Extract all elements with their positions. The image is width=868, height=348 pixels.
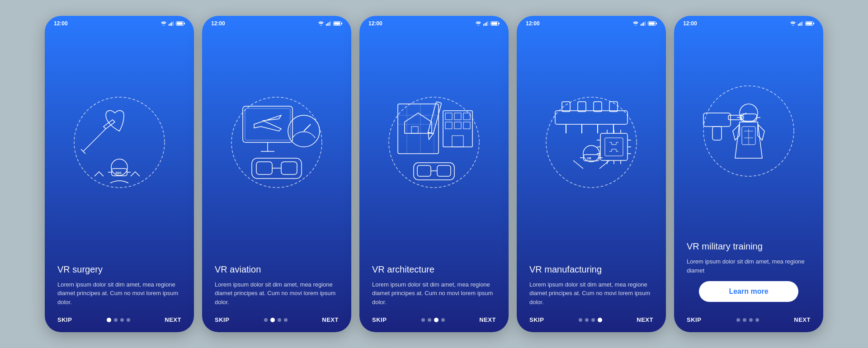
status-bar-architecture: 12:00 [359, 16, 509, 29]
nav-bar-aviation: SKIP NEXT [202, 311, 351, 332]
svg-rect-58 [437, 165, 451, 176]
body-surgery: Lorem ipsum dolor sit dim amet, mea regi… [57, 280, 181, 307]
next-button-surgery[interactable]: NEXT [165, 316, 181, 323]
dot-3-aviation [278, 318, 281, 322]
svg-rect-50 [454, 113, 461, 120]
dot-2-architecture [428, 318, 431, 322]
svg-rect-106 [712, 127, 722, 140]
time-military: 12:00 [683, 20, 697, 27]
dot-3-military [749, 318, 753, 322]
svg-rect-63 [645, 21, 646, 26]
svg-rect-57 [417, 165, 431, 176]
skip-button-surgery[interactable]: SKIP [57, 316, 72, 323]
dot-4-aviation [284, 318, 288, 322]
title-surgery: VR surgery [57, 264, 181, 275]
nav-bar-surgery: SKIP NEXT [45, 311, 194, 332]
title-architecture: VR architecture [372, 264, 496, 275]
svg-rect-1 [170, 23, 171, 26]
skip-button-architecture[interactable]: SKIP [372, 316, 387, 323]
svg-rect-99 [802, 21, 803, 26]
body-military: Lorem ipsum dolor sit dim amet, mea regi… [687, 257, 811, 275]
signal-icon-military [798, 21, 803, 26]
status-icons-architecture [475, 21, 500, 26]
nav-bar-manufacturing: SKIP NEXT [517, 311, 666, 332]
status-bar-military: 12:00 [674, 16, 823, 29]
phone-manufacturing: 12:00 [517, 16, 666, 332]
svg-rect-32 [485, 23, 486, 26]
wifi-icon [160, 21, 167, 26]
next-button-architecture[interactable]: NEXT [479, 316, 496, 323]
svg-rect-53 [454, 122, 461, 129]
phone-aviation: 12:00 [202, 16, 351, 332]
dot-2-manufacturing [585, 318, 589, 322]
text-content-architecture: VR architecture Lorem ipsum dolor sit di… [359, 264, 509, 311]
svg-rect-21 [243, 106, 292, 142]
svg-rect-82 [600, 133, 627, 160]
svg-rect-15 [329, 22, 330, 26]
dot-1-military [736, 318, 740, 322]
svg-rect-61 [642, 23, 643, 26]
svg-rect-6 [177, 22, 183, 25]
svg-rect-29 [281, 162, 297, 174]
dot-4-military [755, 318, 759, 322]
next-button-aviation[interactable]: NEXT [322, 316, 339, 323]
dot-1-architecture [421, 318, 425, 322]
svg-text:360: 360 [115, 171, 122, 175]
svg-rect-52 [445, 122, 452, 129]
body-manufacturing: Lorem ipsum dolor sit dim amet, mea regi… [529, 280, 653, 307]
svg-point-110 [740, 104, 758, 122]
status-icons-manufacturing [632, 21, 657, 26]
svg-rect-14 [327, 23, 328, 26]
dots-manufacturing [579, 318, 602, 322]
illustration-architecture [359, 29, 509, 264]
wifi-icon-manufacturing [632, 21, 639, 26]
svg-rect-46 [428, 102, 442, 134]
text-content-surgery: VR surgery Lorem ipsum dolor sit dim ame… [45, 264, 194, 311]
dot-1-manufacturing [579, 318, 582, 322]
time-manufacturing: 12:00 [526, 20, 540, 27]
svg-rect-13 [326, 24, 327, 26]
signal-icon-manufacturing [641, 21, 646, 26]
dot-3-architecture [434, 318, 439, 322]
svg-rect-3 [173, 21, 174, 26]
dots-surgery [107, 318, 130, 322]
dots-architecture [421, 318, 445, 322]
svg-rect-101 [813, 23, 814, 24]
phones-container: 12:00 [45, 16, 823, 332]
signal-icon [169, 21, 174, 26]
svg-rect-55 [452, 136, 463, 147]
dot-3-surgery [120, 318, 124, 322]
dot-4-architecture [441, 318, 445, 322]
svg-text:VR: VR [587, 157, 591, 160]
svg-rect-62 [643, 22, 644, 26]
wifi-icon-aviation [318, 21, 324, 26]
svg-rect-37 [491, 22, 497, 25]
status-icons-aviation [318, 21, 342, 26]
svg-rect-66 [649, 22, 655, 25]
svg-rect-0 [169, 24, 170, 26]
svg-rect-65 [656, 23, 657, 24]
text-content-military: VR military training Lorem ipsum dolor s… [674, 241, 823, 311]
body-architecture: Lorem ipsum dolor sit dim amet, mea regi… [372, 280, 496, 307]
status-bar-aviation: 12:00 [202, 16, 351, 29]
battery-icon-aviation [333, 21, 342, 26]
next-button-manufacturing[interactable]: NEXT [637, 316, 653, 323]
skip-button-military[interactable]: SKIP [687, 316, 701, 323]
dot-1-surgery [107, 318, 111, 322]
next-button-military[interactable]: NEXT [794, 316, 811, 323]
dot-4-manufacturing [598, 318, 602, 322]
svg-rect-97 [799, 23, 800, 26]
svg-rect-33 [486, 22, 487, 26]
skip-button-manufacturing[interactable]: SKIP [529, 316, 544, 323]
svg-line-26 [304, 124, 311, 131]
phone-architecture: 12:00 [359, 16, 509, 332]
status-icons-surgery [160, 21, 185, 26]
svg-rect-28 [256, 162, 272, 174]
svg-rect-70 [578, 102, 586, 112]
time-architecture: 12:00 [368, 20, 382, 27]
learn-more-button[interactable]: Learn more [699, 281, 798, 302]
skip-button-aviation[interactable]: SKIP [215, 316, 229, 323]
svg-rect-36 [499, 23, 500, 24]
signal-icon-architecture [483, 21, 489, 26]
svg-rect-2 [171, 22, 172, 26]
